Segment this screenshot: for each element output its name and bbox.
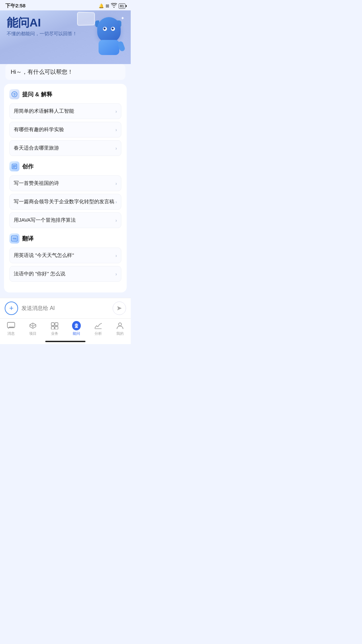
section-question-title: 提问 & 解释 (22, 91, 52, 98)
suggestion-text: 法语中的 "你好" 怎么说 (14, 271, 65, 277)
chevron-icon: › (115, 109, 117, 114)
nav-label-mine: 我的 (116, 331, 124, 336)
business-icon (50, 321, 59, 330)
suggestion-text: 用JAVA写一个冒泡排序算法 (14, 217, 76, 223)
projects-icon (28, 321, 37, 330)
hero-section: 能问AI 不懂的都能问，一切尽可以回答！ ✦ (0, 10, 131, 64)
status-time: 下午2:58 (5, 3, 25, 9)
robot-eye-right (111, 27, 115, 31)
suggestion-text: 写一篇商会领导关于企业数字化转型的发言稿 (14, 199, 114, 205)
chevron-icon: › (115, 181, 117, 186)
nav-item-ai[interactable]: 能问 (68, 321, 85, 336)
svg-rect-14 (55, 323, 58, 326)
chevron-icon: › (115, 218, 117, 223)
chevron-icon: › (115, 127, 117, 132)
vpn-icon: ⊠ (106, 3, 109, 8)
svg-rect-16 (55, 326, 58, 329)
chevron-icon: › (115, 253, 117, 258)
suggestion-item[interactable]: 有哪些有趣的科学实验 › (9, 122, 121, 138)
suggestion-item[interactable]: 用JAVA写一个冒泡排序算法 › (9, 212, 121, 228)
status-bar: 下午2:58 🔔 ⊠ 81 (0, 0, 131, 10)
suggestion-text: 用简单的术语解释人工智能 (14, 108, 74, 114)
section-translate-title: 翻译 (22, 235, 34, 243)
translate-section-icon: 中 A (9, 233, 19, 244)
chevron-icon: › (115, 199, 117, 205)
suggestion-text: 写一首赞美祖国的诗 (14, 180, 59, 186)
suggestion-text: 用英语说 "今天天气怎么样" (14, 252, 74, 259)
svg-point-19 (76, 325, 77, 325)
mine-icon (116, 321, 124, 330)
chevron-icon: › (115, 146, 117, 151)
svg-point-17 (75, 324, 78, 327)
nav-label-messages: 消息 (7, 331, 15, 336)
home-bar (45, 341, 85, 342)
svg-rect-20 (75, 327, 78, 328)
nav-label-business: 业务 (51, 331, 58, 336)
robot-eyes (103, 27, 115, 31)
home-indicator (0, 341, 131, 344)
nav-label-ai: 能问 (73, 331, 80, 336)
suggestion-text: 有哪些有趣的科学实验 (14, 126, 64, 133)
section-question: ? 提问 & 解释 用简单的术语解释人工智能 › 有哪些有趣的科学实验 › 春天… (9, 89, 121, 156)
main-content: ? 提问 & 解释 用简单的术语解释人工智能 › 有哪些有趣的科学实验 › 春天… (0, 84, 131, 298)
bottom-nav: 消息 项目 业务 (0, 318, 131, 341)
section-translate: 中 A 翻译 用英语说 "今天天气怎么样" › 法语中的 "你好" 怎么说 › (9, 233, 121, 282)
section-create: 创作 写一首赞美祖国的诗 › 写一篇商会领导关于企业数字化转型的发言稿 › 用J… (9, 161, 121, 228)
nav-item-messages[interactable]: 消息 (3, 321, 19, 336)
robot-illustration: ✦ (84, 10, 127, 61)
notification-icon: 🔔 (99, 3, 104, 8)
suggestion-text: 春天适合去哪里旅游 (14, 145, 59, 151)
section-translate-header: 中 A 翻译 (9, 233, 121, 244)
nav-label-projects: 项目 (29, 331, 37, 336)
svg-rect-13 (51, 323, 54, 326)
suggestion-item[interactable]: 写一篇商会领导关于企业数字化转型的发言稿 › (9, 194, 121, 210)
section-create-title: 创作 (22, 163, 34, 170)
nav-item-analysis[interactable]: 分析 (90, 321, 107, 336)
send-button[interactable] (113, 302, 126, 315)
nav-item-projects[interactable]: 项目 (24, 321, 41, 336)
robot-eye-left (103, 27, 107, 31)
battery-indicator: 81 (119, 3, 125, 9)
robot-body-main (99, 40, 119, 55)
suggestion-item[interactable]: 春天适合去哪里旅游 › (9, 140, 121, 156)
chevron-icon: › (115, 271, 117, 277)
nav-item-business[interactable]: 业务 (46, 321, 63, 336)
ai-icon (72, 321, 81, 330)
suggestions-card: ? 提问 & 解释 用简单的术语解释人工智能 › 有哪些有趣的科学实验 › 春天… (4, 84, 127, 292)
svg-rect-15 (51, 326, 54, 329)
robot-head (97, 17, 121, 42)
messages-icon (7, 321, 15, 330)
analysis-icon (94, 321, 103, 330)
svg-text:A: A (15, 237, 16, 240)
svg-point-18 (75, 325, 76, 325)
robot-sparkle: ✦ (121, 15, 125, 21)
suggestion-item[interactable]: 写一首赞美祖国的诗 › (9, 175, 121, 191)
input-bar: + (0, 298, 131, 318)
suggestion-item[interactable]: 用英语说 "今天天气怎么样" › (9, 248, 121, 263)
ai-robot-icon (72, 321, 81, 330)
message-input[interactable] (21, 305, 109, 311)
suggestion-item[interactable]: 用简单的术语解释人工智能 › (9, 103, 121, 119)
nav-item-mine[interactable]: 我的 (112, 321, 128, 336)
create-section-icon (9, 161, 19, 171)
nav-label-analysis: 分析 (95, 331, 102, 336)
svg-text:?: ? (13, 93, 16, 97)
wifi-icon (111, 3, 117, 9)
question-section-icon: ? (9, 89, 19, 99)
suggestion-item[interactable]: 法语中的 "你好" 怎么说 › (9, 266, 121, 282)
svg-point-22 (118, 323, 121, 326)
robot-screen (77, 12, 95, 25)
add-button[interactable]: + (5, 302, 18, 315)
section-question-header: ? 提问 & 解释 (9, 89, 121, 99)
section-create-header: 创作 (9, 161, 121, 171)
status-icons: 🔔 ⊠ 81 (99, 3, 125, 9)
greeting-message: Hi～，有什么可以帮您！ (5, 64, 125, 80)
